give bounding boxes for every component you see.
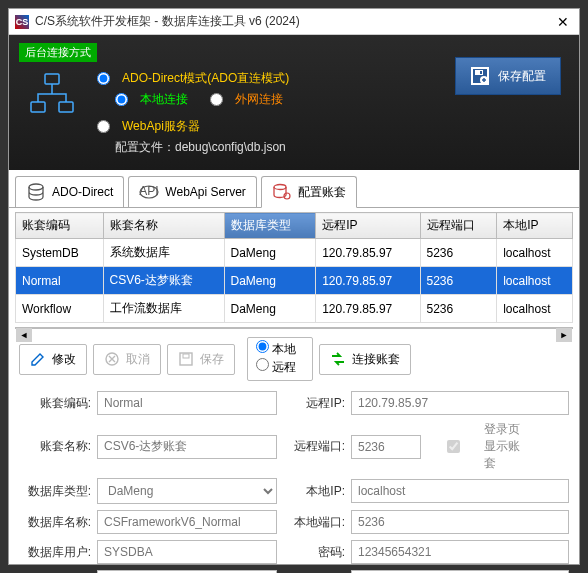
col-code[interactable]: 账套编码 <box>16 213 104 239</box>
remote-radio[interactable] <box>256 358 269 371</box>
rip-field[interactable] <box>351 391 569 415</box>
table-row[interactable]: NormalCSV6-达梦账套DaMeng120.79.85.975236loc… <box>16 267 573 295</box>
lip-label: 本地IP: <box>283 483 345 500</box>
tab-ado-direct[interactable]: ADO-Direct <box>15 176 124 207</box>
lip-field[interactable] <box>351 479 569 503</box>
local-conn-label: 本地连接 <box>140 91 188 108</box>
svg-rect-0 <box>45 74 59 84</box>
scroll-left-button[interactable]: ◄ <box>16 328 32 342</box>
connect-icon <box>330 351 346 367</box>
save-icon <box>470 66 490 86</box>
edit-button[interactable]: 修改 <box>19 344 87 375</box>
network-icon <box>27 72 87 156</box>
pwd-label: 密码: <box>283 544 345 561</box>
code-label: 账套编码: <box>19 395 91 412</box>
api-icon: API <box>139 183 159 201</box>
svg-point-8 <box>29 184 43 190</box>
local-radio-label[interactable]: 本地 <box>256 342 296 356</box>
svg-rect-1 <box>31 102 45 112</box>
rport-label: 远程端口: <box>283 438 345 455</box>
show-login-checkbox <box>427 440 480 453</box>
dbtype-label: 数据库类型: <box>19 483 91 500</box>
local-conn-radio[interactable] <box>115 93 128 106</box>
webapi-label: WebApi服务器 <box>122 118 200 135</box>
code-field[interactable] <box>97 391 277 415</box>
pwd-field[interactable] <box>351 540 569 564</box>
webapi-radio[interactable] <box>97 120 110 133</box>
tab-webapi[interactable]: API WebApi Server <box>128 176 256 207</box>
svg-rect-6 <box>480 71 482 74</box>
show-login-label: 登录页显示账套 <box>484 421 528 472</box>
table-row[interactable]: SystemDB系统数据库DaMeng120.79.85.975236local… <box>16 239 573 267</box>
col-name[interactable]: 账套名称 <box>103 213 224 239</box>
svg-text:API: API <box>140 184 159 198</box>
remote-conn-radio[interactable] <box>210 93 223 106</box>
dbuser-label: 数据库用户: <box>19 544 91 561</box>
close-button[interactable]: ✕ <box>553 14 573 30</box>
ado-direct-label: ADO-Direct模式(ADO直连模式) <box>122 70 289 87</box>
cancel-button[interactable]: 取消 <box>93 344 161 375</box>
dbname-label: 数据库名称: <box>19 514 91 531</box>
save-config-button[interactable]: 保存配置 <box>455 57 561 95</box>
app-logo-icon: CS <box>15 15 29 29</box>
horizontal-scrollbar[interactable]: ◄► <box>15 327 573 329</box>
config-file-path: debug\config\db.json <box>175 140 286 154</box>
save-button[interactable]: 保存 <box>167 344 235 375</box>
local-radio[interactable] <box>256 340 269 353</box>
lport-label: 本地端口: <box>283 514 345 531</box>
svg-point-11 <box>274 185 286 190</box>
remote-conn-label: 外网连接 <box>235 91 283 108</box>
col-dbtype[interactable]: 数据库类型 <box>224 213 316 239</box>
remote-radio-label[interactable]: 远程 <box>256 360 296 374</box>
connect-button[interactable]: 连接账套 <box>319 344 411 375</box>
window-title: C/S系统软件开发框架 - 数据库连接工具 v6 (2024) <box>35 13 553 30</box>
name-label: 账套名称: <box>19 438 91 455</box>
mode-tag: 后台连接方式 <box>19 43 97 62</box>
cancel-icon <box>104 351 120 367</box>
col-lip[interactable]: 本地IP <box>497 213 573 239</box>
dbname-field[interactable] <box>97 510 277 534</box>
database-icon <box>26 183 46 201</box>
table-row[interactable]: Workflow工作流数据库DaMeng120.79.85.975236loca… <box>16 295 573 323</box>
ado-direct-radio[interactable] <box>97 72 110 85</box>
rport-field[interactable] <box>351 435 421 459</box>
dbuser-field[interactable] <box>97 540 277 564</box>
name-field[interactable] <box>97 435 277 459</box>
col-rip[interactable]: 远程IP <box>316 213 420 239</box>
scroll-right-button[interactable]: ► <box>556 328 572 342</box>
config-file-label: 配置文件： <box>115 140 175 154</box>
database-gear-icon <box>272 183 292 201</box>
tab-config-account[interactable]: 配置账套 <box>261 176 357 208</box>
svg-rect-15 <box>183 354 189 358</box>
save-icon <box>178 351 194 367</box>
lport-field[interactable] <box>351 510 569 534</box>
col-rport[interactable]: 远程端口 <box>420 213 497 239</box>
svg-rect-2 <box>59 102 73 112</box>
account-table[interactable]: 账套编码 账套名称 数据库类型 远程IP 远程端口 本地IP SystemDB系… <box>15 212 573 323</box>
edit-icon <box>30 351 46 367</box>
rip-label: 远程IP: <box>283 395 345 412</box>
dbtype-select[interactable]: DaMeng <box>97 478 277 504</box>
svg-rect-14 <box>180 353 192 365</box>
